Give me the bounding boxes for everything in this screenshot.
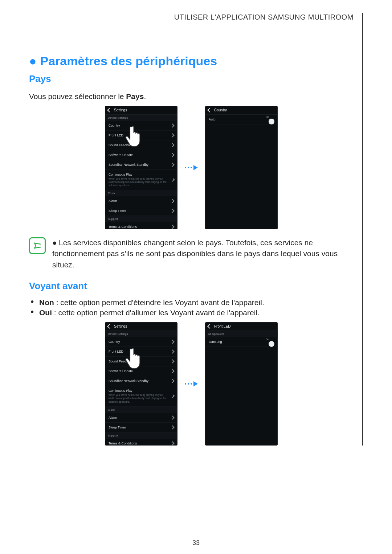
phone-header[interactable]: Front LED	[205, 322, 278, 331]
phone-header-title: Settings	[114, 108, 127, 112]
page-number: 33	[0, 539, 392, 547]
chevron-right-icon	[170, 425, 174, 429]
section-label-all-speakers: All Speakers	[205, 331, 278, 337]
phone-header-title: Settings	[114, 324, 127, 328]
toggle-state-label: On	[266, 338, 269, 341]
chevron-right-icon	[170, 350, 174, 354]
phone-header[interactable]: Settings	[105, 322, 177, 331]
row-sleep-timer[interactable]: Sleep Timer	[105, 423, 177, 432]
chevron-right-icon	[170, 225, 174, 229]
tap-hand-icon	[125, 124, 147, 148]
back-icon[interactable]	[107, 108, 112, 112]
row-sleep-timer[interactable]: Sleep Timer	[105, 206, 177, 216]
phone-header[interactable]: Settings	[105, 106, 177, 115]
phone-front-led: Front LED All Speakers samsung On	[205, 322, 278, 446]
chevron-right-icon	[170, 369, 174, 373]
running-header: UTILISER L'APPLICATION SAMSUNG MULTIROOM	[29, 13, 354, 21]
bullet-icon: ●	[29, 54, 37, 68]
phone-settings: Settings Device Settings Country Front L…	[105, 322, 177, 446]
chevron-right-icon	[170, 199, 174, 203]
row-alarm[interactable]: Alarm	[105, 413, 177, 423]
flow-arrow-icon	[185, 165, 198, 170]
tap-hand-icon	[125, 346, 147, 370]
voyant-option-list: Non : cette option permet d'éteindre les…	[29, 298, 354, 317]
back-icon[interactable]	[207, 108, 212, 112]
chevron-right-icon	[170, 441, 174, 445]
section-label-clock: Clock	[105, 190, 177, 196]
row-terms[interactable]: Terms & Conditions	[105, 222, 177, 229]
chevron-right-icon	[170, 415, 174, 419]
row-continuous-play[interactable]: Continuous PlayWhen you arrive home, the…	[105, 386, 177, 406]
pays-intro: Vous pouvez sélectionner le Pays.	[29, 92, 354, 101]
row-continuous-play[interactable]: Continuous PlayWhen you arrive home, the…	[105, 170, 177, 190]
section-label-support: Support	[105, 216, 177, 222]
back-icon[interactable]	[107, 324, 112, 329]
note-block: ●Les services disponibles changent selon…	[29, 237, 354, 270]
section-label-clock: Clock	[105, 407, 177, 413]
chevron-right-icon	[170, 163, 174, 167]
note-text: Les services disponibles changent selon …	[52, 238, 338, 269]
chevron-right-icon	[170, 379, 174, 383]
row-country[interactable]: Country	[105, 337, 177, 347]
row-alarm[interactable]: Alarm	[105, 196, 177, 206]
chevron-right-icon	[170, 143, 174, 147]
row-software-update[interactable]: Software Update	[105, 150, 177, 160]
back-icon[interactable]	[207, 324, 212, 329]
subsection-voyant-heading: Voyant avant	[29, 280, 354, 292]
toggle-state-label: On	[266, 116, 269, 118]
section-label-support: Support	[105, 432, 177, 439]
chevron-right-icon	[170, 153, 174, 157]
phone-header[interactable]: Country	[205, 106, 278, 115]
phone-settings: Settings Device Settings Country Front L…	[105, 106, 177, 229]
note-icon	[29, 237, 46, 254]
bullet-icon: ●	[52, 237, 59, 248]
flow-arrow-icon	[185, 381, 198, 386]
section-label: Device Settings	[105, 115, 177, 121]
chevron-right-icon	[170, 133, 174, 137]
list-item: Non : cette option permet d'éteindre les…	[29, 298, 354, 307]
chevron-right-icon	[170, 340, 174, 344]
screenshot-row-country: Settings Device Settings Country Front L…	[29, 106, 354, 229]
chevron-right-icon	[170, 123, 174, 127]
row-soundbar-standby[interactable]: Soundbar Network Standby	[105, 160, 177, 170]
chevron-right-icon	[170, 209, 174, 213]
list-item: Oui : cette option permet d'allumer les …	[29, 308, 354, 317]
phone-header-title: Country	[214, 108, 227, 112]
phone-header-title: Front LED	[214, 324, 231, 328]
phone-country: Country Auto On	[205, 106, 278, 229]
section-label: Device Settings	[105, 331, 177, 337]
row-terms[interactable]: Terms & Conditions	[105, 439, 177, 446]
screenshot-row-frontled: Settings Device Settings Country Front L…	[29, 322, 354, 446]
row-auto[interactable]: Auto On	[205, 115, 278, 124]
subsection-pays-heading: Pays	[29, 73, 354, 85]
section-title: ●Paramètres des périphériques	[29, 54, 354, 68]
row-speaker-samsung[interactable]: samsung On	[205, 337, 278, 347]
chevron-right-icon	[170, 360, 174, 364]
row-soundbar-standby[interactable]: Soundbar Network Standby	[105, 376, 177, 386]
